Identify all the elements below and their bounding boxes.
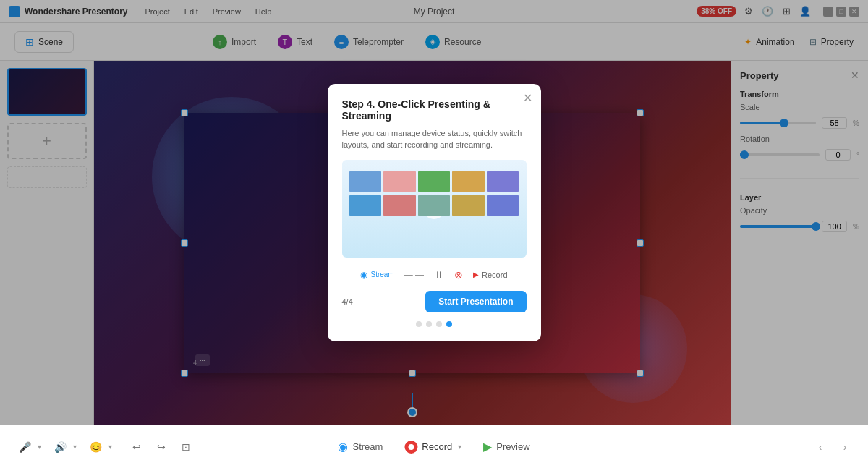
dot-1 bbox=[416, 321, 422, 327]
modal-overlay: ✕ Step 4. One-Click Presenting & Streami… bbox=[0, 0, 868, 425]
collapse-left-button[interactable]: ‹ bbox=[812, 438, 829, 456]
thumb-7 bbox=[383, 195, 416, 216]
start-presentation-button[interactable]: Start Presentation bbox=[425, 291, 526, 312]
bottom-right-controls: ‹ › bbox=[812, 438, 854, 456]
modal-footer: 4/4 Start Presentation bbox=[342, 291, 527, 312]
preview-label: Preview bbox=[496, 441, 529, 452]
mic-group: 🎤 ▾ bbox=[14, 437, 41, 457]
stop-mini-button[interactable]: ⊗ bbox=[454, 269, 463, 281]
collapse-right-button[interactable]: › bbox=[836, 438, 854, 456]
camera-button[interactable]: 😊 bbox=[85, 437, 106, 457]
modal-description: Here you can manage device status, quick… bbox=[342, 127, 527, 151]
dot-2 bbox=[426, 321, 432, 327]
preview-icon: ▶ bbox=[483, 440, 492, 454]
record-label: Record bbox=[422, 441, 452, 452]
stream-label: Stream bbox=[352, 441, 383, 452]
thumb-9 bbox=[452, 195, 485, 216]
bottom-left-controls: 🎤 ▾ 🔊 ▾ 😊 ▾ bbox=[14, 437, 112, 457]
camera-group: 😊 ▾ bbox=[85, 437, 112, 457]
thumb-1 bbox=[349, 171, 382, 192]
mic-dropdown[interactable]: ▾ bbox=[38, 443, 41, 451]
thumb-6 bbox=[349, 195, 382, 216]
record-mini: ▶ Record bbox=[473, 271, 507, 279]
stream-mini-label: Stream bbox=[370, 271, 393, 278]
preview-button[interactable]: ▶ Preview bbox=[483, 440, 529, 454]
record-dot bbox=[408, 444, 414, 450]
record-dropdown-icon[interactable]: ▾ bbox=[458, 443, 461, 451]
modal-title: Step 4. One-Click Presenting & Streaming bbox=[342, 98, 527, 122]
modal-preview-image: ▶ bbox=[342, 160, 527, 258]
pause-mini-button[interactable]: ⏸ bbox=[434, 269, 444, 281]
layout-button[interactable]: ⊡ bbox=[176, 437, 196, 457]
modal-mini-controls: ◉ Stream — — ⏸ ⊗ ▶ Record bbox=[342, 269, 527, 281]
dot-3 bbox=[436, 321, 442, 327]
thumb-10 bbox=[487, 195, 519, 216]
thumb-8 bbox=[418, 195, 451, 216]
speaker-dropdown[interactable]: ▾ bbox=[73, 443, 77, 451]
mic-button[interactable]: 🎤 bbox=[14, 437, 35, 457]
stream-icon: ◉ bbox=[338, 440, 348, 454]
speaker-button[interactable]: 🔊 bbox=[50, 437, 70, 457]
thumbnail-grid bbox=[349, 171, 519, 216]
modal-close-button[interactable]: ✕ bbox=[523, 91, 532, 105]
record-mini-label: Record bbox=[482, 271, 507, 279]
bottom-bar: 🎤 ▾ 🔊 ▾ 😊 ▾ ↩ ↪ ⊡ ◉ Stream Record ▾ ▶ bbox=[0, 425, 868, 468]
progress-dots bbox=[342, 321, 527, 327]
thumb-5 bbox=[487, 171, 519, 192]
bottom-center-controls: ◉ Stream Record ▾ ▶ Preview bbox=[338, 440, 529, 454]
thumb-2 bbox=[383, 171, 416, 192]
speaker-group: 🔊 ▾ bbox=[50, 437, 77, 457]
dot-4-active bbox=[446, 321, 452, 327]
undo-button[interactable]: ↩ bbox=[127, 437, 147, 457]
tutorial-modal: ✕ Step 4. One-Click Presenting & Streami… bbox=[328, 84, 541, 341]
stream-mini-indicator: ◉ Stream bbox=[360, 270, 393, 280]
modal-progress: 4/4 bbox=[342, 297, 353, 306]
thumb-4 bbox=[452, 171, 485, 192]
separator-mini: — — bbox=[404, 270, 424, 280]
camera-dropdown[interactable]: ▾ bbox=[109, 443, 112, 451]
record-button[interactable]: Record ▾ bbox=[404, 441, 461, 454]
record-icon bbox=[404, 441, 417, 454]
redo-button[interactable]: ↪ bbox=[151, 437, 171, 457]
edit-tools: ↩ ↪ ⊡ bbox=[127, 437, 196, 457]
stream-button[interactable]: ◉ Stream bbox=[338, 440, 383, 454]
thumb-3 bbox=[418, 171, 451, 192]
